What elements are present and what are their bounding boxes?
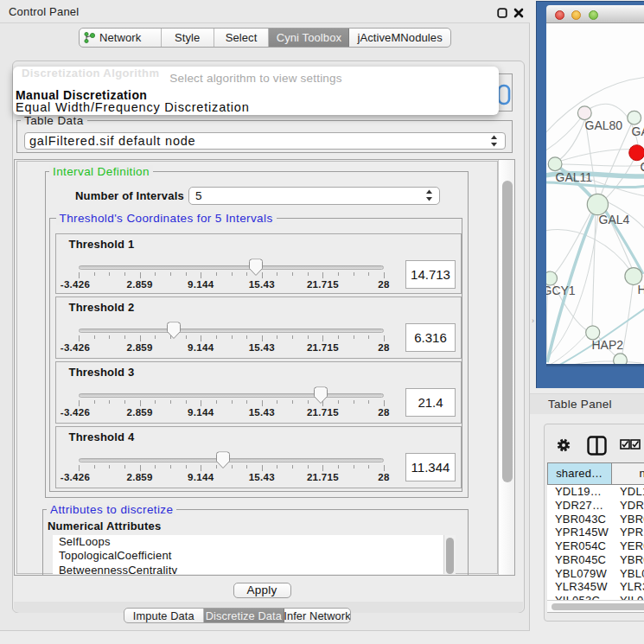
svg-text:GA: GA <box>631 124 644 138</box>
svg-text:HAP2: HAP2 <box>591 338 623 352</box>
svg-text:GCY1: GCY1 <box>546 284 576 297</box>
svg-text:C: C <box>640 160 644 174</box>
svg-text:H: H <box>637 283 644 296</box>
svg-text:GAL11: GAL11 <box>555 170 592 184</box>
svg-text:GAL4: GAL4 <box>598 213 629 226</box>
svg-text:GAL80: GAL80 <box>584 118 622 132</box>
